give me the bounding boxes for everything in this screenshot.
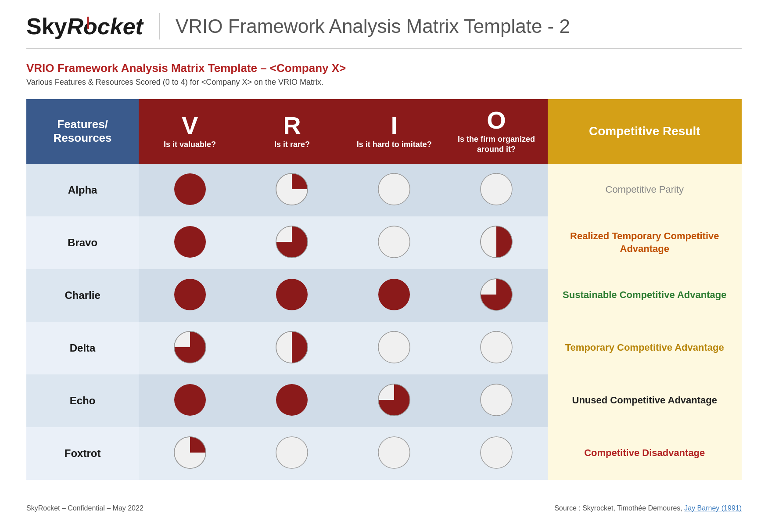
v-question: Is it valuable? <box>143 140 237 150</box>
header-divider <box>159 13 160 40</box>
svg-point-3 <box>378 173 410 205</box>
col-result-header: Competitive Result <box>548 99 742 164</box>
cell-circle-v <box>139 269 241 322</box>
svg-point-11 <box>174 279 206 310</box>
cell-circle-o <box>445 427 548 480</box>
v-letter: V <box>143 113 237 138</box>
svg-point-30 <box>378 437 410 468</box>
svg-point-13 <box>378 279 410 310</box>
svg-point-26 <box>481 384 512 416</box>
footer-source-link[interactable]: Jay Barney (1991) <box>684 504 742 512</box>
cell-circle-o <box>445 322 548 374</box>
result-text: Sustainable Competitive Advantage <box>563 289 726 300</box>
cell-result: Competitive Parity <box>548 164 742 216</box>
logo-sky: Sky <box>26 13 67 40</box>
svg-point-21 <box>481 331 512 363</box>
row-feature-name: Echo <box>26 374 139 427</box>
r-letter: R <box>245 113 339 138</box>
r-question: Is it rare? <box>245 140 339 150</box>
svg-point-31 <box>481 437 512 468</box>
col-o-header: O Is the firm organized around it? <box>445 99 548 164</box>
main-title: VRIO Framework Analysis Matrix Template … <box>26 61 742 75</box>
result-text: Temporary Competitive Advantage <box>565 342 724 353</box>
svg-point-4 <box>481 173 512 205</box>
col-i-header: I Is it hard to imitate? <box>343 99 445 164</box>
cell-circle-v <box>139 164 241 216</box>
cell-circle-o <box>445 216 548 269</box>
cell-circle-r <box>241 374 343 427</box>
footer-right: Source : Skyrocket, Timothée Demoures, J… <box>554 504 742 512</box>
row-feature-name: Delta <box>26 322 139 374</box>
cell-result: Sustainable Competitive Advantage <box>548 269 742 322</box>
col-v-header: V Is it valuable? <box>139 99 241 164</box>
o-question: Is the firm organized around it? <box>450 134 543 155</box>
result-text: Competitive Disadvantage <box>584 447 705 458</box>
cell-circle-r <box>241 427 343 480</box>
table-body: Alpha Competitive ParityBravo Realized T… <box>26 164 742 480</box>
cell-circle-v <box>139 322 241 374</box>
svg-point-22 <box>174 384 206 416</box>
footer: SkyRocket – Confidential – May 2022 Sour… <box>26 497 742 512</box>
svg-point-29 <box>276 437 308 468</box>
cell-circle-i <box>343 269 445 322</box>
cell-circle-r <box>241 322 343 374</box>
cell-result: Unused Competitive Advantage <box>548 374 742 427</box>
logo-r: R <box>67 13 84 40</box>
subtitle-section: VRIO Framework Analysis Matrix Template … <box>26 61 742 87</box>
cell-circle-o <box>445 269 548 322</box>
o-letter: O <box>450 108 543 133</box>
i-question: Is it hard to imitate? <box>348 140 441 150</box>
cell-circle-v <box>139 216 241 269</box>
matrix-table: Features/ Resources V Is it valuable? R … <box>26 99 742 480</box>
cell-result: Temporary Competitive Advantage <box>548 322 742 374</box>
svg-point-8 <box>378 226 410 258</box>
cell-circle-i <box>343 322 445 374</box>
cell-circle-i <box>343 216 445 269</box>
row-feature-name: Bravo <box>26 216 139 269</box>
svg-point-12 <box>276 279 308 310</box>
cell-circle-v <box>139 427 241 480</box>
cell-result: Competitive Disadvantage <box>548 427 742 480</box>
cell-circle-o <box>445 164 548 216</box>
cell-circle-i <box>343 427 445 480</box>
row-feature-name: Foxtrot <box>26 427 139 480</box>
table-row: Delta Temporary Competitive Advantage <box>26 322 742 374</box>
col-features-header: Features/ Resources <box>26 99 139 164</box>
logo: SkyR ocket <box>26 13 143 40</box>
row-feature-name: Alpha <box>26 164 139 216</box>
cell-circle-v <box>139 374 241 427</box>
result-text: Unused Competitive Advantage <box>572 395 717 406</box>
table-row: Charlie Sustainable Competitive Advantag… <box>26 269 742 322</box>
footer-left: SkyRocket – Confidential – May 2022 <box>26 504 144 512</box>
header-title: VRIO Framework Analysis Matrix Template … <box>176 15 570 37</box>
cell-circle-r <box>241 269 343 322</box>
sub-description: Various Features & Resources Scored (0 t… <box>26 78 742 87</box>
row-feature-name: Charlie <box>26 269 139 322</box>
footer-source-prefix: Source : Skyrocket, Timothée Demoures, <box>554 504 684 512</box>
cell-circle-r <box>241 216 343 269</box>
result-text: Realized Temporary Competitive Advantage <box>570 230 719 254</box>
svg-point-20 <box>378 331 410 363</box>
table-row: Echo Unused Competitive Advantage <box>26 374 742 427</box>
table-row: Foxtrot Competitive Disadvantage <box>26 427 742 480</box>
cell-result: Realized Temporary Competitive Advantage <box>548 216 742 269</box>
cell-circle-i <box>343 374 445 427</box>
result-text: Competitive Parity <box>606 184 684 195</box>
header: SkyR ocket VRIO Framework Analysis Matri… <box>26 13 742 49</box>
svg-point-5 <box>174 226 206 258</box>
cell-circle-r <box>241 164 343 216</box>
i-letter: I <box>348 113 441 138</box>
table-row: Alpha Competitive Parity <box>26 164 742 216</box>
cell-circle-o <box>445 374 548 427</box>
col-r-header: R Is it rare? <box>241 99 343 164</box>
table-row: Bravo Realized Temporary Competitive Adv… <box>26 216 742 269</box>
table-header-row: Features/ Resources V Is it valuable? R … <box>26 99 742 164</box>
cell-circle-i <box>343 164 445 216</box>
svg-point-0 <box>174 173 206 205</box>
svg-point-23 <box>276 384 308 416</box>
